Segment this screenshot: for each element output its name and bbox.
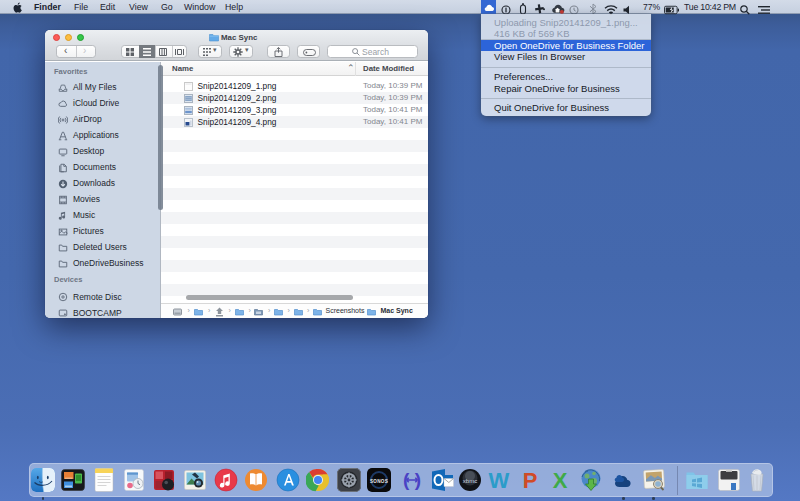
svg-text:P: P (523, 468, 538, 492)
svg-text:X: X (553, 468, 568, 492)
svg-text:xbmc: xbmc (463, 478, 477, 484)
svg-text:W: W (488, 468, 509, 492)
svg-text:SONOS: SONOS (370, 479, 388, 484)
